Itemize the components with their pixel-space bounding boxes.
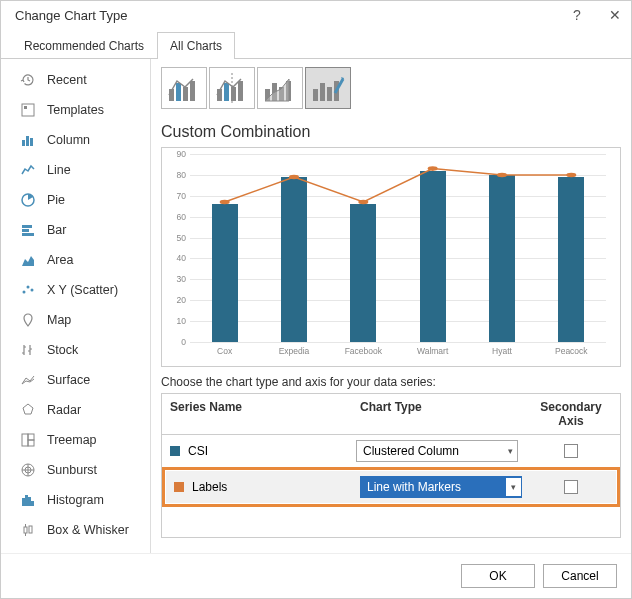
sidebar-item-waterfall[interactable]: Waterfall <box>1 545 150 553</box>
sidebar-label: Box & Whisker <box>47 523 129 537</box>
sidebar-item-radar[interactable]: Radar <box>1 395 150 425</box>
svg-rect-34 <box>224 83 229 101</box>
stock-icon <box>19 341 37 359</box>
help-button[interactable]: ? <box>569 7 585 23</box>
y-tick: 40 <box>177 253 186 263</box>
combo-subtype-1[interactable] <box>161 67 207 109</box>
sidebar-item-column[interactable]: Column <box>1 125 150 155</box>
y-tick: 50 <box>177 233 186 243</box>
x-tick: Expedia <box>274 342 314 364</box>
sidebar-item-recent[interactable]: Recent <box>1 65 150 95</box>
chart-bar <box>489 175 515 342</box>
chart-bar <box>420 171 446 342</box>
y-tick: 20 <box>177 295 186 305</box>
combo-subtype-custom[interactable] <box>305 67 351 109</box>
sidebar-item-stock[interactable]: Stock <box>1 335 150 365</box>
series-name: Labels <box>192 480 227 494</box>
svg-rect-32 <box>190 81 195 101</box>
close-button[interactable]: ✕ <box>607 7 623 23</box>
combo-subtype-row <box>161 67 621 109</box>
combo-subtype-2[interactable] <box>209 67 255 109</box>
sidebar-label: Templates <box>47 103 104 117</box>
area-icon <box>19 251 37 269</box>
y-tick: 0 <box>181 337 186 347</box>
x-tick: Facebook <box>343 342 383 364</box>
x-tick: Hyatt <box>482 342 522 364</box>
sidebar-label: Radar <box>47 403 81 417</box>
treemap-icon <box>19 431 37 449</box>
column-icon <box>19 131 37 149</box>
svg-rect-18 <box>25 495 28 506</box>
series-row-labels: Labels Line with Markers▾ <box>166 471 616 503</box>
svg-rect-14 <box>28 440 34 446</box>
sidebar-item-templates[interactable]: Templates <box>1 95 150 125</box>
secondary-axis-checkbox-labels[interactable] <box>564 480 578 494</box>
sidebar-item-boxwhisker[interactable]: Box & Whisker <box>1 515 150 545</box>
sidebar-item-area[interactable]: Area <box>1 245 150 275</box>
sidebar-label: Bar <box>47 223 66 237</box>
svg-rect-2 <box>22 140 25 146</box>
pie-icon <box>19 191 37 209</box>
chart-type-sidebar: Recent Templates Column Line Pie Bar Are… <box>1 59 151 553</box>
sidebar-label: Histogram <box>47 493 104 507</box>
svg-rect-6 <box>22 225 32 228</box>
chevron-down-icon: ▾ <box>508 446 513 456</box>
series-name: CSI <box>188 444 208 458</box>
svg-rect-19 <box>28 497 31 506</box>
line-icon <box>19 161 37 179</box>
sidebar-item-treemap[interactable]: Treemap <box>1 425 150 455</box>
y-tick: 10 <box>177 316 186 326</box>
sidebar-item-scatter[interactable]: X Y (Scatter) <box>1 275 150 305</box>
svg-rect-0 <box>22 104 34 116</box>
header-chart-type: Chart Type <box>352 394 522 434</box>
sidebar-item-histogram[interactable]: Histogram <box>1 485 150 515</box>
sidebar-item-map[interactable]: Map <box>1 305 150 335</box>
sidebar-item-surface[interactable]: Surface <box>1 365 150 395</box>
svg-rect-12 <box>22 434 28 446</box>
cancel-button[interactable]: Cancel <box>543 564 617 588</box>
series-swatch <box>170 446 180 456</box>
sidebar-label: Map <box>47 313 71 327</box>
series-table: Series Name Chart Type Secondary Axis CS… <box>161 393 621 538</box>
chart-preview[interactable]: 0102030405060708090 CoxExpediaFacebookWa… <box>161 147 621 367</box>
sidebar-label: Stock <box>47 343 78 357</box>
tab-recommended[interactable]: Recommended Charts <box>11 32 157 59</box>
window-title: Change Chart Type <box>15 8 128 23</box>
sidebar-label: Treemap <box>47 433 97 447</box>
chart-type-select-labels[interactable]: Line with Markers▾ <box>360 476 522 498</box>
sidebar-label: Sunburst <box>47 463 97 477</box>
sidebar-item-sunburst[interactable]: Sunburst <box>1 455 150 485</box>
svg-rect-21 <box>24 527 27 533</box>
svg-rect-8 <box>22 233 34 236</box>
sidebar-item-bar[interactable]: Bar <box>1 215 150 245</box>
svg-rect-31 <box>183 87 188 101</box>
svg-rect-30 <box>176 83 181 101</box>
ok-button[interactable]: OK <box>461 564 535 588</box>
header-series-name: Series Name <box>162 394 352 434</box>
svg-rect-20 <box>31 501 34 506</box>
svg-rect-7 <box>22 229 29 232</box>
svg-point-11 <box>31 289 34 292</box>
y-tick: 30 <box>177 274 186 284</box>
svg-rect-13 <box>28 434 34 440</box>
scatter-icon <box>19 281 37 299</box>
surface-icon <box>19 371 37 389</box>
sidebar-item-pie[interactable]: Pie <box>1 185 150 215</box>
bar-icon <box>19 221 37 239</box>
x-tick: Cox <box>205 342 245 364</box>
secondary-axis-checkbox-csi[interactable] <box>564 444 578 458</box>
tab-all-charts[interactable]: All Charts <box>157 32 235 59</box>
svg-point-9 <box>23 291 26 294</box>
svg-rect-36 <box>238 81 243 101</box>
svg-rect-17 <box>22 498 25 506</box>
series-swatch <box>174 482 184 492</box>
chart-bar <box>350 204 376 342</box>
sidebar-item-line[interactable]: Line <box>1 155 150 185</box>
combo-subtype-3[interactable] <box>257 67 303 109</box>
svg-rect-22 <box>29 526 32 533</box>
x-tick: Peacock <box>551 342 591 364</box>
sunburst-icon <box>19 461 37 479</box>
chart-type-select-csi[interactable]: Clustered Column▾ <box>356 440 518 462</box>
y-tick: 80 <box>177 170 186 180</box>
templates-icon <box>19 101 37 119</box>
